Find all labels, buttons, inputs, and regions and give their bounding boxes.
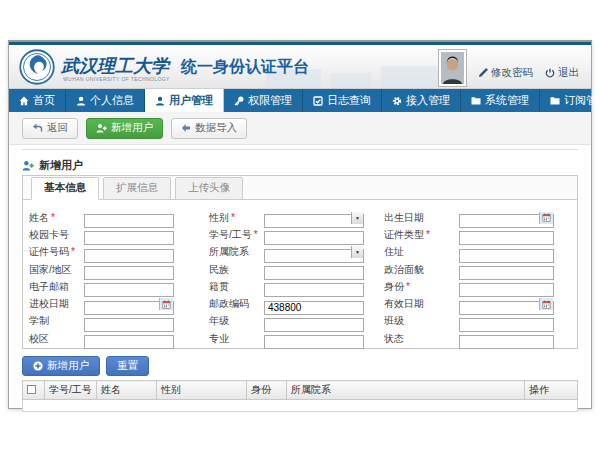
home-icon	[19, 96, 29, 106]
field-label: 证件号码*	[29, 245, 84, 259]
nav-item-home[interactable]: 首页	[9, 89, 66, 112]
form-input-r1c2[interactable]	[264, 214, 364, 228]
building-watermark	[331, 73, 371, 88]
form-input-r4c2[interactable]	[264, 266, 364, 280]
select-all-checkbox[interactable]	[27, 385, 36, 394]
tab-basic-info[interactable]: 基本信息	[31, 177, 99, 200]
reset-button[interactable]: 重置	[106, 356, 149, 376]
new-user-panel: 基本信息扩展信息上传头像 姓名*性别*▼出生日期校园卡号学号/工号*证件类型*证…	[22, 175, 578, 349]
gear-icon	[392, 96, 402, 106]
log-icon	[313, 96, 323, 106]
nav-item-perm-mgmt[interactable]: 权限管理	[224, 89, 303, 112]
form-input-r5c2[interactable]	[264, 283, 364, 297]
form-input-r8c3[interactable]	[459, 335, 554, 349]
field-text	[84, 245, 174, 259]
form-input-r5c3[interactable]	[459, 283, 554, 297]
form-actions: 新增用户 重置	[9, 349, 591, 378]
person-icon	[76, 96, 86, 106]
form-input-r7c1[interactable]	[84, 318, 174, 332]
form-input-r2c2[interactable]	[264, 231, 364, 245]
field-text	[84, 332, 174, 346]
select-all-cell	[23, 381, 45, 400]
field-label: 所属院系	[209, 245, 264, 259]
back-button[interactable]: 返回	[22, 118, 78, 139]
form-input-r3c1[interactable]	[84, 249, 174, 263]
field-text	[84, 263, 174, 277]
form-input-r3c2[interactable]	[264, 249, 364, 263]
field-label: 邮政编码	[209, 297, 264, 311]
chevron-down-icon[interactable]: ▼	[351, 212, 363, 224]
field-label: 政治面貌	[384, 263, 459, 277]
form-input-r5c1[interactable]	[84, 283, 174, 297]
field-label: 学制	[29, 314, 84, 328]
nav-item-access-mgmt[interactable]: 接入管理	[382, 89, 461, 112]
field-label: 国家/地区	[29, 263, 84, 277]
field-date	[84, 297, 174, 311]
user-add-icon	[96, 123, 107, 133]
add-user-submit-button[interactable]: 新增用户	[22, 356, 100, 376]
reset-button-label: 重置	[117, 359, 138, 373]
folder-icon	[471, 96, 481, 105]
field-text	[264, 297, 364, 311]
pencil-icon	[478, 68, 488, 78]
data-import-button[interactable]: 数据导入	[171, 118, 247, 139]
form-input-r8c2[interactable]	[264, 335, 364, 349]
form-input-r7c3[interactable]	[459, 318, 554, 332]
field-text	[84, 314, 174, 328]
nav-bar: 首页个人信息用户管理权限管理日志查询接入管理系统管理订阅管理	[9, 89, 591, 112]
field-label: 出生日期	[384, 211, 459, 225]
user-add-color-icon	[22, 160, 34, 171]
calendar-icon[interactable]	[159, 298, 173, 310]
form-input-r2c3[interactable]	[459, 231, 554, 245]
nav-item-subscribe-mgmt[interactable]: 订阅管理	[540, 89, 600, 112]
data-import-label: 数据导入	[195, 121, 237, 135]
add-user-toolbar-button[interactable]: 新增用户	[86, 118, 163, 139]
form-input-r2c1[interactable]	[84, 231, 174, 245]
table-header-row: 学号/工号姓名性别身份所属院系操作	[23, 381, 578, 400]
calendar-icon[interactable]	[539, 298, 553, 310]
calendar-icon[interactable]	[539, 212, 553, 224]
logout-link[interactable]: 退出	[545, 66, 579, 86]
form-input-r8c1[interactable]	[84, 335, 174, 349]
nav-item-system-mgmt[interactable]: 系统管理	[461, 89, 540, 112]
tab-extended-info[interactable]: 扩展信息	[103, 177, 171, 200]
nav-item-label: 接入管理	[406, 93, 450, 108]
form-input-r4c1[interactable]	[84, 266, 174, 280]
nav-item-label: 首页	[33, 93, 55, 108]
form-row: 电子邮箱籍贯身份*	[29, 278, 571, 295]
power-icon	[545, 68, 555, 78]
field-label: 姓名*	[29, 211, 84, 225]
field-text	[459, 280, 554, 294]
form-input-r7c2[interactable]	[264, 318, 364, 332]
field-label: 身份*	[384, 280, 459, 294]
form-input-r6c2[interactable]	[264, 301, 364, 315]
form-row: 校区专业状态	[29, 330, 571, 347]
header-user-area: 修改密码 退出	[439, 49, 579, 86]
plus-circle-icon	[33, 361, 43, 371]
field-label: 民族	[209, 263, 264, 277]
form-row: 学制年级班级	[29, 313, 571, 330]
section-title: 新增用户	[39, 158, 83, 173]
form-input-r4c3[interactable]	[459, 266, 554, 280]
nav-item-label: 日志查询	[327, 93, 371, 108]
form-input-r3c3[interactable]	[459, 249, 554, 263]
column-header: 身份	[247, 381, 287, 400]
field-text	[459, 245, 554, 259]
field-label: 证件类型*	[384, 228, 459, 242]
change-password-link[interactable]: 修改密码	[478, 66, 533, 86]
form-input-r1c1[interactable]	[84, 214, 174, 228]
required-asterisk: *	[254, 229, 258, 240]
nav-item-log-query[interactable]: 日志查询	[303, 89, 382, 112]
nav-item-profile[interactable]: 个人信息	[66, 89, 145, 112]
required-asterisk: *	[231, 212, 235, 223]
nav-item-label: 权限管理	[248, 93, 292, 108]
tab-upload-avatar[interactable]: 上传头像	[175, 177, 243, 200]
key-icon	[234, 96, 244, 106]
column-header: 操作	[525, 381, 578, 400]
nav-item-label: 订阅管理	[564, 93, 600, 108]
nav-item-user-mgmt[interactable]: 用户管理	[145, 89, 224, 112]
required-asterisk: *	[71, 246, 75, 257]
column-header: 学号/工号	[45, 381, 97, 400]
field-text	[459, 314, 554, 328]
chevron-down-icon[interactable]: ▼	[351, 246, 363, 258]
